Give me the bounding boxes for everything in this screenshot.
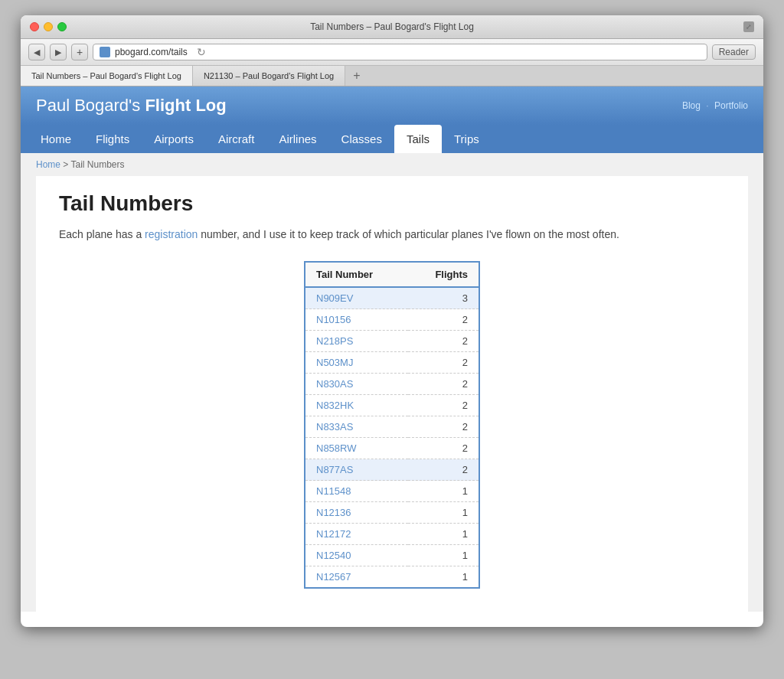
title-bar: Tail Numbers – Paul Bogard's Flight Log … (21, 15, 763, 39)
flights-cell: 1 (408, 502, 479, 524)
header-separator: · (706, 100, 708, 111)
page-title: Tail Numbers (59, 191, 725, 216)
table-row: N115481 (305, 481, 479, 502)
breadcrumb-home[interactable]: Home (36, 159, 60, 170)
nav-aircraft[interactable]: Aircraft (206, 125, 267, 153)
table-header-row: Tail Number Flights (305, 262, 479, 287)
resize-icon[interactable]: ⤢ (743, 21, 754, 32)
favicon (100, 47, 110, 57)
browser-window: Tail Numbers – Paul Bogard's Flight Log … (21, 15, 763, 627)
tail-link[interactable]: N11548 (316, 485, 351, 497)
tail-link[interactable]: N12540 (316, 550, 351, 561)
back-button[interactable]: ◀ (28, 44, 45, 60)
tail-link[interactable]: N832HK (316, 400, 354, 411)
tail-cell: N12567 (305, 566, 408, 589)
flights-cell: 2 (408, 309, 479, 331)
tail-link[interactable]: N12172 (316, 528, 351, 540)
table-row: N218PS2 (305, 331, 479, 352)
table-row: N909EV3 (305, 287, 479, 309)
tail-cell: N858RW (305, 438, 408, 459)
flights-cell: 1 (408, 524, 479, 545)
browser-nav-bar: ◀ ▶ + pbogard.com/tails ↻ Reader (21, 39, 763, 66)
col-tail-number: Tail Number (305, 262, 408, 287)
tail-link[interactable]: N909EV (316, 292, 353, 304)
tail-cell: N12540 (305, 545, 408, 566)
description-suffix: number, and I use it to keep track of wh… (198, 228, 619, 240)
portfolio-link[interactable]: Portfolio (714, 100, 748, 111)
description: Each plane has a registration number, an… (59, 227, 725, 243)
site-header: Paul Bogard's Flight Log Blog · Portfoli… (21, 87, 763, 125)
address-bar[interactable]: pbogard.com/tails ↻ (93, 44, 707, 60)
flights-cell: 2 (408, 374, 479, 395)
tab-2-label: N21130 – Paul Bogard's Flight Log (204, 71, 334, 80)
reader-button[interactable]: Reader (712, 44, 756, 60)
flights-cell: 2 (408, 395, 479, 416)
breadcrumb-separator: > (63, 159, 70, 170)
tail-cell: N218PS (305, 331, 408, 352)
flights-cell: 2 (408, 459, 479, 481)
flights-cell: 2 (408, 416, 479, 438)
nav-airports[interactable]: Airports (142, 125, 206, 153)
add-tab-button[interactable]: + (345, 66, 368, 86)
close-button[interactable] (30, 22, 39, 31)
tail-cell: N832HK (305, 395, 408, 416)
nav-airlines[interactable]: Airlines (266, 125, 328, 153)
table-row: N833AS2 (305, 416, 479, 438)
table-row: N121361 (305, 502, 479, 524)
flights-cell: 1 (408, 545, 479, 566)
tail-cell: N12172 (305, 524, 408, 545)
breadcrumb: Home > Tail Numbers (21, 153, 763, 176)
main-nav: Home Flights Airports Aircraft Airlines … (21, 125, 763, 153)
forward-button[interactable]: ▶ (50, 44, 67, 60)
flights-cell: 3 (408, 287, 479, 309)
refresh-button[interactable]: ↻ (197, 46, 206, 58)
table-row: N830AS2 (305, 374, 479, 395)
site-logo: Paul Bogard's Flight Log (36, 96, 227, 116)
traffic-lights (30, 22, 67, 31)
logo-text: Paul Bogard's (36, 96, 145, 115)
registration-link[interactable]: registration (145, 228, 198, 240)
logo-bold: Flight Log (145, 96, 226, 115)
content-area: Home > Tail Numbers Tail Numbers Each pl… (21, 153, 763, 612)
tail-link[interactable]: N218PS (316, 335, 353, 347)
tail-link[interactable]: N12567 (316, 571, 351, 583)
tail-numbers-table: Tail Number Flights N909EV3N101562N218PS… (304, 261, 480, 589)
tail-cell: N12136 (305, 502, 408, 524)
table-container: Tail Number Flights N909EV3N101562N218PS… (59, 261, 725, 589)
tail-link[interactable]: N12136 (316, 507, 351, 518)
flights-cell: 2 (408, 352, 479, 374)
tail-link[interactable]: N833AS (316, 421, 353, 433)
tail-cell: N833AS (305, 416, 408, 438)
tab-2[interactable]: N21130 – Paul Bogard's Flight Log (193, 66, 345, 86)
description-prefix: Each plane has a (59, 228, 145, 240)
window-title: Tail Numbers – Paul Bogard's Flight Log (310, 21, 474, 32)
tail-cell: N503MJ (305, 352, 408, 374)
maximize-button[interactable] (57, 22, 67, 31)
nav-trips[interactable]: Trips (442, 125, 492, 153)
tail-cell: N830AS (305, 374, 408, 395)
table-row: N101562 (305, 309, 479, 331)
tail-link[interactable]: N503MJ (316, 357, 353, 368)
header-links: Blog · Portfolio (682, 100, 748, 111)
col-flights: Flights (408, 262, 479, 287)
blog-link[interactable]: Blog (682, 100, 701, 111)
flights-cell: 2 (408, 331, 479, 352)
nav-tails[interactable]: Tails (394, 125, 442, 153)
flights-cell: 2 (408, 438, 479, 459)
tail-link[interactable]: N877AS (316, 464, 353, 475)
nav-home[interactable]: Home (28, 125, 83, 153)
new-tab-button[interactable]: + (71, 44, 88, 60)
minimize-button[interactable] (44, 22, 53, 31)
table-row: N125671 (305, 566, 479, 589)
nav-flights[interactable]: Flights (83, 125, 142, 153)
table-row: N832HK2 (305, 395, 479, 416)
nav-classes[interactable]: Classes (329, 125, 394, 153)
flights-cell: 1 (408, 566, 479, 589)
tail-link[interactable]: N830AS (316, 378, 353, 390)
content-inner: Tail Numbers Each plane has a registrati… (36, 176, 748, 612)
tail-link[interactable]: N10156 (316, 314, 351, 325)
tail-cell: N909EV (305, 287, 408, 309)
table-row: N503MJ2 (305, 352, 479, 374)
tab-1[interactable]: Tail Numbers – Paul Bogard's Flight Log (21, 66, 193, 86)
tail-link[interactable]: N858RW (316, 442, 357, 454)
